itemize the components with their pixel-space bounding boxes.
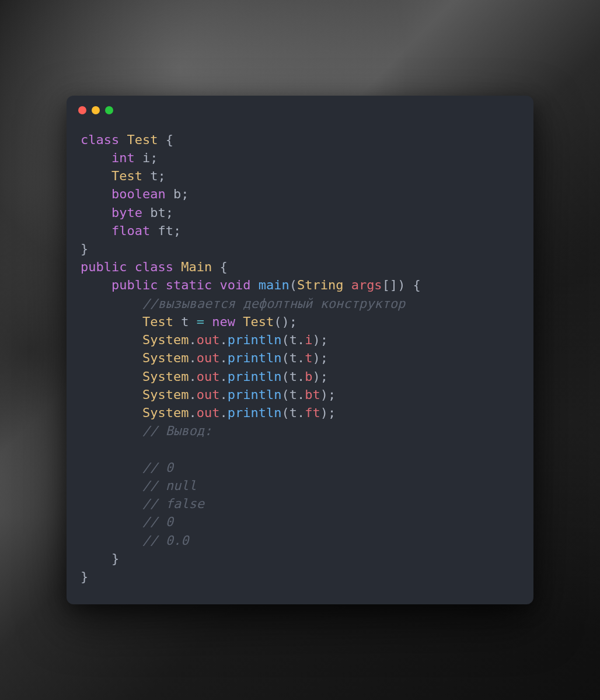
code-line: } — [81, 242, 88, 256]
code-line: System.out.println(t.b); — [81, 369, 328, 384]
code-line: Test t; — [81, 169, 166, 183]
code-editor: class Test { int i; Test t; boolean b; b… — [67, 119, 533, 605]
code-line: int i; — [81, 150, 158, 165]
maximize-icon[interactable] — [105, 106, 113, 114]
close-icon[interactable] — [78, 106, 86, 114]
code-line: System.out.println(t.t); — [81, 351, 328, 365]
code-line: //вызывается дефолтный конструктор — [81, 296, 405, 311]
code-line: float ft; — [81, 223, 181, 238]
code-line: System.out.println(t.ft); — [81, 405, 336, 420]
code-line: // Вывод: — [81, 424, 212, 438]
code-line: // 0 — [81, 514, 173, 529]
code-line: } — [81, 551, 119, 566]
code-line: byte bt; — [81, 205, 173, 220]
window-titlebar — [67, 96, 533, 119]
code-line: System.out.println(t.i); — [81, 332, 328, 347]
code-line: public static void main(String args[]) { — [81, 278, 421, 292]
code-line: public class Main { — [81, 260, 228, 274]
code-line: // false — [81, 496, 204, 511]
code-window: class Test { int i; Test t; boolean b; b… — [67, 96, 533, 605]
code-line: } — [81, 569, 88, 584]
code-line: // 0 — [81, 460, 173, 475]
code-line: class Test { — [81, 132, 173, 147]
code-line: // 0.0 — [81, 533, 189, 548]
code-line: boolean b; — [81, 187, 189, 201]
code-line: System.out.println(t.bt); — [81, 387, 336, 402]
minimize-icon[interactable] — [92, 106, 100, 114]
code-line: Test t = new Test(); — [81, 314, 297, 329]
code-line: // null — [81, 478, 197, 493]
